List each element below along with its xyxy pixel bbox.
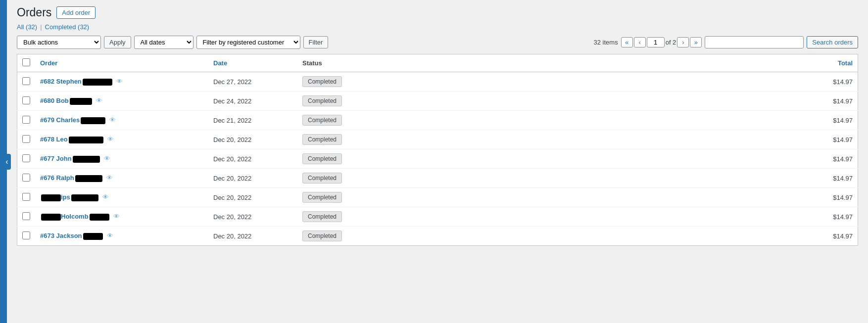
table-row: ips👁Dec 20, 2022Completed$14.97 xyxy=(17,188,858,207)
redacted-name xyxy=(83,79,112,86)
redacted-prefix xyxy=(41,214,61,221)
filter-divider: | xyxy=(40,23,42,31)
date-column-header[interactable]: Date xyxy=(208,54,297,72)
order-column-header[interactable]: Order xyxy=(35,54,208,72)
order-link[interactable]: Holcomb xyxy=(40,213,109,220)
redacted-prefix xyxy=(41,194,61,201)
main-content: Orders Add order All (32) | Completed (3… xyxy=(7,0,868,323)
total-pages: of 2 xyxy=(666,39,676,46)
toolbar: Bulk actions Apply All dates Filter by r… xyxy=(17,36,858,49)
view-order-icon[interactable]: 👁 xyxy=(104,155,110,162)
order-link[interactable]: #673 Jackson xyxy=(40,232,82,239)
apply-button[interactable]: Apply xyxy=(104,36,131,48)
order-link[interactable]: #677 John xyxy=(40,155,72,162)
total-column-header[interactable]: Total xyxy=(396,54,858,72)
first-page-button[interactable]: « xyxy=(621,37,633,47)
status-badge: Completed xyxy=(302,231,342,241)
order-date: Dec 27, 2022 xyxy=(208,72,297,92)
order-link[interactable]: #679 Charles xyxy=(40,116,80,124)
order-total: $14.97 xyxy=(396,188,858,207)
row-checkbox[interactable] xyxy=(22,193,30,201)
view-order-icon[interactable]: 👁 xyxy=(113,213,120,220)
order-total: $14.97 xyxy=(396,149,858,169)
view-order-icon[interactable]: 👁 xyxy=(106,174,113,182)
view-order-icon[interactable]: 👁 xyxy=(116,78,123,85)
row-checkbox[interactable] xyxy=(22,96,30,104)
redacted-name xyxy=(71,194,98,201)
view-order-icon[interactable]: 👁 xyxy=(109,116,116,124)
status-badge: Completed xyxy=(302,153,342,164)
view-order-icon[interactable]: 👁 xyxy=(107,232,113,239)
table-row: #678 Leo👁Dec 20, 2022Completed$14.97 xyxy=(17,130,858,149)
order-total: $14.97 xyxy=(396,227,858,246)
redacted-name xyxy=(75,175,102,182)
prev-page-button[interactable]: ‹ xyxy=(634,37,646,47)
row-checkbox[interactable] xyxy=(22,77,30,85)
table-row: #673 Jackson👁Dec 20, 2022Completed$14.97 xyxy=(17,227,858,246)
redacted-name xyxy=(69,137,103,143)
order-date: Dec 20, 2022 xyxy=(208,227,297,246)
add-order-button[interactable]: Add order xyxy=(56,6,96,19)
pagination: « ‹ 1 of 2 › » xyxy=(621,37,702,47)
table-row: #676 Ralph👁Dec 20, 2022Completed$14.97 xyxy=(17,169,858,188)
redacted-name xyxy=(90,214,109,221)
row-checkbox[interactable] xyxy=(22,231,30,239)
page-title: Orders xyxy=(17,6,51,19)
redacted-name xyxy=(70,98,92,105)
order-total: $14.97 xyxy=(396,72,858,92)
status-badge: Completed xyxy=(302,95,342,106)
completed-orders-filter[interactable]: Completed (32) xyxy=(45,23,90,31)
search-orders-button[interactable]: Search orders xyxy=(807,36,858,48)
order-date: Dec 20, 2022 xyxy=(208,169,297,188)
redacted-name xyxy=(81,117,105,124)
order-date: Dec 24, 2022 xyxy=(208,92,297,111)
table-row: #680 Bob👁Dec 24, 2022Completed$14.97 xyxy=(17,92,858,111)
view-order-icon[interactable]: 👁 xyxy=(107,136,114,143)
status-badge: Completed xyxy=(302,115,342,126)
order-date: Dec 20, 2022 xyxy=(208,207,297,227)
sidebar-toggle[interactable] xyxy=(3,154,11,170)
search-input[interactable] xyxy=(705,36,804,48)
order-link[interactable]: #676 Ralph xyxy=(40,174,74,182)
order-total: $14.97 xyxy=(396,169,858,188)
table-row: Holcomb👁Dec 20, 2022Completed$14.97 xyxy=(17,207,858,227)
order-date: Dec 20, 2022 xyxy=(208,188,297,207)
page-number-input[interactable]: 1 xyxy=(647,37,665,47)
row-checkbox[interactable] xyxy=(22,212,30,220)
view-order-icon[interactable]: 👁 xyxy=(102,193,109,201)
order-link[interactable]: #680 Bob xyxy=(40,97,69,104)
table-row: #679 Charles👁Dec 21, 2022Completed$14.97 xyxy=(17,111,858,130)
order-link[interactable]: ips xyxy=(40,193,98,201)
row-checkbox[interactable] xyxy=(22,174,30,182)
order-total: $14.97 xyxy=(396,130,858,149)
filter-links: All (32) | Completed (32) xyxy=(17,23,858,31)
row-checkbox[interactable] xyxy=(22,116,30,124)
select-all-header xyxy=(17,54,36,72)
last-page-button[interactable]: » xyxy=(690,37,702,47)
bulk-actions-select[interactable]: Bulk actions xyxy=(17,36,101,49)
sidebar xyxy=(0,0,7,323)
redacted-name xyxy=(73,156,100,163)
all-orders-filter[interactable]: All (32) xyxy=(17,23,37,31)
table-header: Order Date Status Total xyxy=(17,54,858,72)
status-badge: Completed xyxy=(302,134,342,145)
order-date: Dec 20, 2022 xyxy=(208,130,297,149)
filter-customer-select[interactable]: Filter by registered customer xyxy=(196,36,300,49)
row-checkbox[interactable] xyxy=(22,154,30,162)
filter-button[interactable]: Filter xyxy=(303,36,329,48)
order-link[interactable]: #682 Stephen xyxy=(40,78,82,85)
status-badge: Completed xyxy=(302,76,342,87)
row-checkbox[interactable] xyxy=(22,135,30,143)
order-total: $14.97 xyxy=(396,111,858,130)
select-all-checkbox[interactable] xyxy=(22,58,30,66)
order-link[interactable]: #678 Leo xyxy=(40,136,68,143)
orders-table-body: #682 Stephen👁Dec 27, 2022Completed$14.97… xyxy=(17,72,858,246)
toolbar-right: 32 items « ‹ 1 of 2 › » Search orders xyxy=(594,36,858,48)
all-dates-select[interactable]: All dates xyxy=(134,36,193,49)
status-badge: Completed xyxy=(302,192,342,203)
next-page-button[interactable]: › xyxy=(677,37,689,47)
view-order-icon[interactable]: 👁 xyxy=(96,97,102,104)
items-count: 32 items xyxy=(594,39,618,46)
table-row: #677 John👁Dec 20, 2022Completed$14.97 xyxy=(17,149,858,169)
status-badge: Completed xyxy=(302,173,342,184)
